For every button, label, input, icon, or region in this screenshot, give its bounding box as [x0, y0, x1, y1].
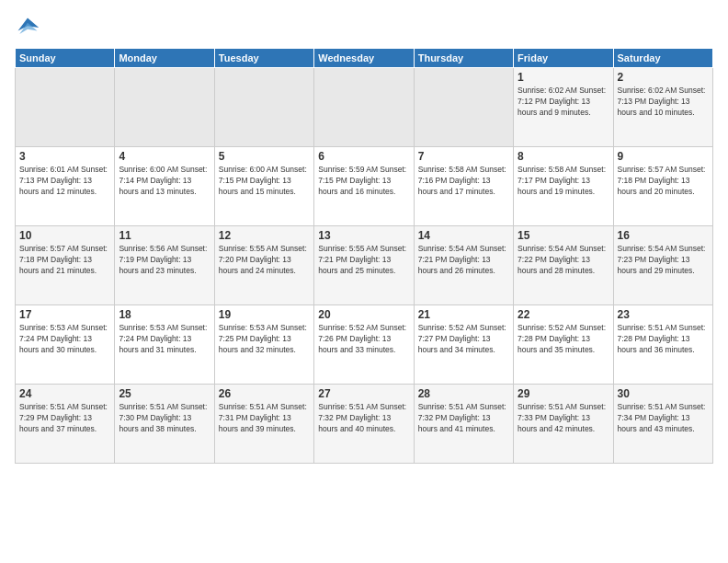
day-info: Sunrise: 5:53 AM Sunset: 7:24 PM Dayligh…: [119, 323, 210, 356]
weekday-monday: Monday: [115, 49, 214, 68]
day-number: 21: [418, 308, 509, 321]
day-cell: [214, 68, 313, 147]
day-info: Sunrise: 5:55 AM Sunset: 7:20 PM Dayligh…: [219, 244, 310, 277]
day-info: Sunrise: 5:57 AM Sunset: 7:18 PM Dayligh…: [19, 244, 110, 277]
day-number: 24: [19, 387, 110, 400]
day-cell: 12Sunrise: 5:55 AM Sunset: 7:20 PM Dayli…: [214, 226, 313, 305]
day-info: Sunrise: 5:51 AM Sunset: 7:28 PM Dayligh…: [618, 323, 709, 356]
day-info: Sunrise: 5:54 AM Sunset: 7:21 PM Dayligh…: [418, 244, 509, 277]
day-cell: 7Sunrise: 5:58 AM Sunset: 7:16 PM Daylig…: [414, 147, 513, 226]
day-info: Sunrise: 5:51 AM Sunset: 7:29 PM Dayligh…: [19, 402, 110, 435]
day-info: Sunrise: 5:54 AM Sunset: 7:23 PM Dayligh…: [618, 244, 709, 277]
day-cell: 17Sunrise: 5:53 AM Sunset: 7:24 PM Dayli…: [16, 305, 115, 385]
day-number: 30: [618, 387, 709, 400]
logo-icon: [15, 15, 40, 40]
day-number: 6: [318, 150, 409, 163]
day-info: Sunrise: 6:02 AM Sunset: 7:13 PM Dayligh…: [618, 86, 709, 119]
day-cell: 6Sunrise: 5:59 AM Sunset: 7:15 PM Daylig…: [314, 147, 414, 226]
calendar-body: 1Sunrise: 6:02 AM Sunset: 7:12 PM Daylig…: [16, 68, 713, 464]
week-row-1: 1Sunrise: 6:02 AM Sunset: 7:12 PM Daylig…: [16, 68, 713, 147]
day-cell: 10Sunrise: 5:57 AM Sunset: 7:18 PM Dayli…: [16, 226, 115, 305]
day-number: 23: [618, 308, 709, 321]
day-number: 14: [418, 229, 509, 242]
day-cell: 5Sunrise: 6:00 AM Sunset: 7:15 PM Daylig…: [214, 147, 313, 226]
calendar-table: SundayMondayTuesdayWednesdayThursdayFrid…: [15, 48, 713, 464]
day-cell: 15Sunrise: 5:54 AM Sunset: 7:22 PM Dayli…: [514, 226, 613, 305]
day-info: Sunrise: 5:54 AM Sunset: 7:22 PM Dayligh…: [518, 244, 609, 277]
day-cell: 1Sunrise: 6:02 AM Sunset: 7:12 PM Daylig…: [514, 68, 613, 147]
day-cell: [16, 68, 115, 147]
day-cell: 2Sunrise: 6:02 AM Sunset: 7:13 PM Daylig…: [613, 68, 712, 147]
day-cell: 8Sunrise: 5:58 AM Sunset: 7:17 PM Daylig…: [514, 147, 613, 226]
header: [15, 15, 713, 40]
day-cell: 11Sunrise: 5:56 AM Sunset: 7:19 PM Dayli…: [115, 226, 214, 305]
logo: [15, 15, 44, 40]
weekday-saturday: Saturday: [613, 49, 712, 68]
day-cell: 28Sunrise: 5:51 AM Sunset: 7:32 PM Dayli…: [414, 385, 513, 464]
day-cell: 18Sunrise: 5:53 AM Sunset: 7:24 PM Dayli…: [115, 305, 214, 385]
day-info: Sunrise: 5:51 AM Sunset: 7:32 PM Dayligh…: [318, 402, 409, 435]
day-info: Sunrise: 5:53 AM Sunset: 7:24 PM Dayligh…: [19, 323, 110, 356]
weekday-header-row: SundayMondayTuesdayWednesdayThursdayFrid…: [16, 49, 713, 68]
day-cell: 26Sunrise: 5:51 AM Sunset: 7:31 PM Dayli…: [214, 385, 313, 464]
day-cell: 4Sunrise: 6:00 AM Sunset: 7:14 PM Daylig…: [115, 147, 214, 226]
day-cell: 3Sunrise: 6:01 AM Sunset: 7:13 PM Daylig…: [16, 147, 115, 226]
day-number: 25: [119, 387, 210, 400]
day-number: 11: [119, 229, 210, 242]
weekday-friday: Friday: [514, 49, 613, 68]
day-info: Sunrise: 6:00 AM Sunset: 7:14 PM Dayligh…: [119, 165, 210, 198]
day-number: 2: [618, 71, 709, 84]
day-cell: 9Sunrise: 5:57 AM Sunset: 7:18 PM Daylig…: [613, 147, 712, 226]
day-info: Sunrise: 5:52 AM Sunset: 7:27 PM Dayligh…: [418, 323, 509, 356]
day-info: Sunrise: 5:53 AM Sunset: 7:25 PM Dayligh…: [219, 323, 310, 356]
day-number: 19: [219, 308, 310, 321]
day-info: Sunrise: 6:00 AM Sunset: 7:15 PM Dayligh…: [219, 165, 310, 198]
day-info: Sunrise: 5:52 AM Sunset: 7:28 PM Dayligh…: [518, 323, 609, 356]
day-info: Sunrise: 5:55 AM Sunset: 7:21 PM Dayligh…: [318, 244, 409, 277]
day-cell: 29Sunrise: 5:51 AM Sunset: 7:33 PM Dayli…: [514, 385, 613, 464]
day-number: 20: [318, 308, 409, 321]
day-info: Sunrise: 5:59 AM Sunset: 7:15 PM Dayligh…: [318, 165, 409, 198]
day-cell: 30Sunrise: 5:51 AM Sunset: 7:34 PM Dayli…: [613, 385, 712, 464]
day-number: 7: [418, 150, 509, 163]
day-cell: 20Sunrise: 5:52 AM Sunset: 7:26 PM Dayli…: [314, 305, 414, 385]
weekday-tuesday: Tuesday: [214, 49, 313, 68]
week-row-5: 24Sunrise: 5:51 AM Sunset: 7:29 PM Dayli…: [16, 385, 713, 464]
day-number: 5: [219, 150, 310, 163]
day-info: Sunrise: 5:58 AM Sunset: 7:17 PM Dayligh…: [518, 165, 609, 198]
day-number: 8: [518, 150, 609, 163]
week-row-2: 3Sunrise: 6:01 AM Sunset: 7:13 PM Daylig…: [16, 147, 713, 226]
day-cell: [414, 68, 513, 147]
day-cell: 16Sunrise: 5:54 AM Sunset: 7:23 PM Dayli…: [613, 226, 712, 305]
day-cell: [115, 68, 214, 147]
week-row-3: 10Sunrise: 5:57 AM Sunset: 7:18 PM Dayli…: [16, 226, 713, 305]
day-number: 16: [618, 229, 709, 242]
day-info: Sunrise: 5:57 AM Sunset: 7:18 PM Dayligh…: [618, 165, 709, 198]
day-number: 9: [618, 150, 709, 163]
day-number: 10: [19, 229, 110, 242]
day-info: Sunrise: 6:01 AM Sunset: 7:13 PM Dayligh…: [19, 165, 110, 198]
day-info: Sunrise: 5:51 AM Sunset: 7:34 PM Dayligh…: [618, 402, 709, 435]
day-cell: 21Sunrise: 5:52 AM Sunset: 7:27 PM Dayli…: [414, 305, 513, 385]
weekday-wednesday: Wednesday: [314, 49, 414, 68]
day-cell: 22Sunrise: 5:52 AM Sunset: 7:28 PM Dayli…: [514, 305, 613, 385]
day-cell: [314, 68, 414, 147]
day-cell: 27Sunrise: 5:51 AM Sunset: 7:32 PM Dayli…: [314, 385, 414, 464]
day-info: Sunrise: 5:52 AM Sunset: 7:26 PM Dayligh…: [318, 323, 409, 356]
day-number: 1: [518, 71, 609, 84]
day-number: 3: [19, 150, 110, 163]
weekday-thursday: Thursday: [414, 49, 513, 68]
day-number: 13: [318, 229, 409, 242]
day-number: 22: [518, 308, 609, 321]
day-info: Sunrise: 5:51 AM Sunset: 7:32 PM Dayligh…: [418, 402, 509, 435]
day-number: 17: [19, 308, 110, 321]
page: SundayMondayTuesdayWednesdayThursdayFrid…: [0, 0, 728, 563]
day-number: 29: [518, 387, 609, 400]
day-number: 26: [219, 387, 310, 400]
day-number: 12: [219, 229, 310, 242]
day-number: 4: [119, 150, 210, 163]
day-number: 15: [518, 229, 609, 242]
day-number: 27: [318, 387, 409, 400]
day-info: Sunrise: 5:51 AM Sunset: 7:33 PM Dayligh…: [518, 402, 609, 435]
day-number: 28: [418, 387, 509, 400]
